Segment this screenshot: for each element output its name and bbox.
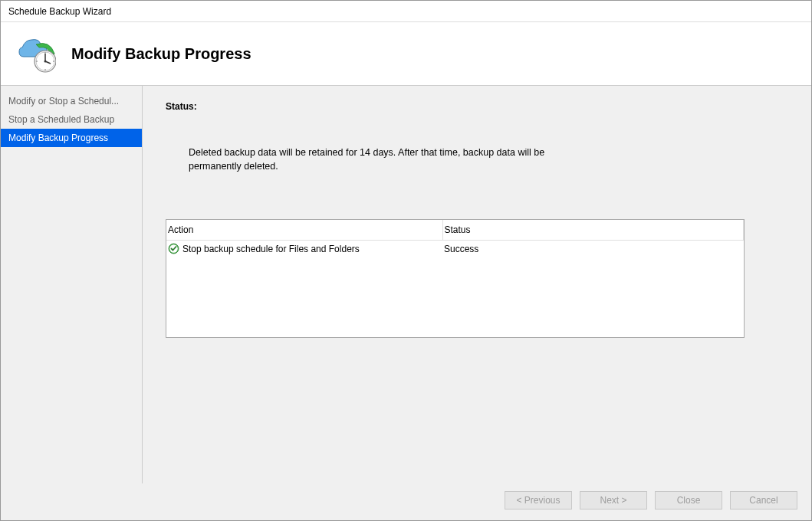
next-button[interactable]: Next > xyxy=(580,491,647,510)
svg-point-6 xyxy=(53,61,54,62)
backup-wizard-icon xyxy=(16,34,56,74)
wizard-footer: < Previous Next > Close Cancel xyxy=(1,483,811,520)
results-table: Action Status xyxy=(166,219,745,338)
status-label: Status: xyxy=(166,101,788,112)
window-title: Schedule Backup Wizard xyxy=(1,1,811,22)
svg-point-7 xyxy=(44,69,46,70)
action-text: Stop backup schedule for Files and Folde… xyxy=(182,244,360,254)
close-button[interactable]: Close xyxy=(655,491,722,510)
success-check-icon xyxy=(168,243,179,254)
column-header-action[interactable]: Action xyxy=(166,220,442,241)
column-header-status[interactable]: Status xyxy=(442,220,744,241)
svg-point-5 xyxy=(44,52,46,54)
status-text: Success xyxy=(442,241,744,257)
main-panel: Status: Deleted backup data will be reta… xyxy=(143,86,811,483)
wizard-header: Modify Backup Progress xyxy=(1,22,811,85)
page-title: Modify Backup Progress xyxy=(71,45,251,63)
cancel-button[interactable]: Cancel xyxy=(730,491,797,510)
sidebar-item-modify-progress[interactable]: Modify Backup Progress xyxy=(1,129,142,147)
svg-point-8 xyxy=(36,61,38,62)
status-message: Deleted backup data will be retained for… xyxy=(189,146,557,173)
sidebar-item-stop-scheduled[interactable]: Stop a Scheduled Backup xyxy=(1,110,142,129)
table-row: Stop backup schedule for Files and Folde… xyxy=(166,241,744,257)
sidebar-item-modify-or-stop[interactable]: Modify or Stop a Schedul... xyxy=(1,92,142,110)
svg-point-4 xyxy=(44,61,47,63)
previous-button[interactable]: < Previous xyxy=(505,491,572,510)
wizard-steps-sidebar: Modify or Stop a Schedul... Stop a Sched… xyxy=(1,86,143,483)
